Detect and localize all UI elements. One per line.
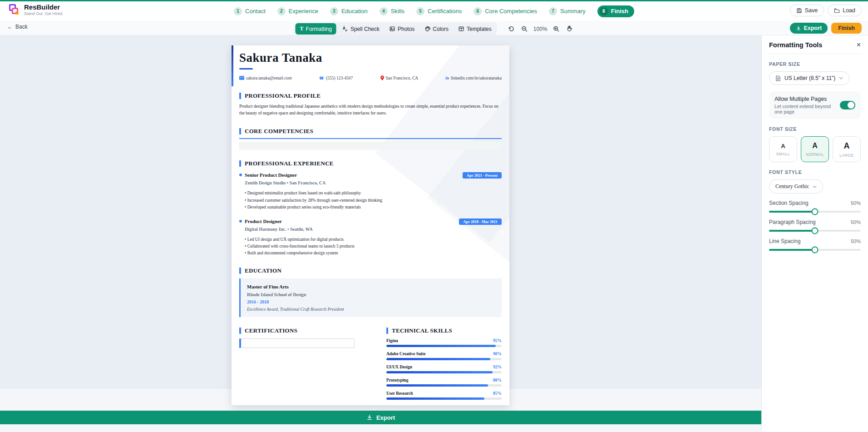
resbuilder-logo-icon bbox=[8, 4, 20, 15]
skill-bar-track bbox=[386, 371, 502, 373]
formatting-tool-button[interactable]: T Formatting bbox=[296, 23, 336, 35]
job-dates-badge: Apr 2021 - Present bbox=[463, 172, 502, 179]
step-label: Skills bbox=[391, 8, 404, 15]
download-icon bbox=[366, 414, 373, 421]
step-number: 5 bbox=[416, 7, 424, 15]
font-style-select[interactable]: Century Gothic bbox=[769, 179, 823, 194]
education-honors: Excellence Award, Traditional Craft Rese… bbox=[247, 307, 495, 312]
step-summary[interactable]: 7Summary bbox=[549, 7, 586, 15]
section-heading: CERTIFICATIONS bbox=[239, 327, 355, 334]
spell-check-tool-button[interactable]: Spell Check bbox=[337, 24, 384, 35]
step-certifications[interactable]: 5Certifications bbox=[416, 7, 462, 15]
step-finish[interactable]: 8Finish bbox=[597, 5, 634, 17]
skill-bar-track bbox=[386, 397, 502, 400]
slider-track[interactable] bbox=[769, 211, 861, 213]
job-bullet: Built and documented comprehensive desig… bbox=[245, 250, 502, 257]
resume-header: Sakura Tanaka sakura.tanaka@email.com ☎ … bbox=[232, 45, 509, 80]
zoom-in-button[interactable] bbox=[552, 25, 560, 33]
paper-size-select[interactable]: US Letter (8.5" x 11") bbox=[769, 71, 849, 85]
step-skills[interactable]: 4Skills bbox=[380, 7, 404, 15]
export-bar-button[interactable]: Export bbox=[0, 411, 761, 424]
tool-label: Templates bbox=[467, 26, 492, 32]
contact-location: San Francisco, CA bbox=[380, 75, 419, 80]
linkedin-icon: in bbox=[445, 76, 449, 80]
chevron-down-icon bbox=[813, 185, 817, 188]
step-core-competencies[interactable]: 6Core Competencies bbox=[473, 7, 537, 15]
slider-track[interactable] bbox=[769, 230, 861, 232]
heading-accent-bar bbox=[239, 268, 241, 274]
step-contact[interactable]: 1Contact bbox=[234, 7, 266, 15]
slider-knob[interactable] bbox=[812, 228, 819, 234]
core-competencies-rule bbox=[239, 138, 502, 139]
job-bullet: Led UI design and UX optimization for di… bbox=[245, 236, 502, 243]
education-degree: Master of Fine Arts bbox=[247, 284, 495, 289]
step-label: Core Competencies bbox=[485, 8, 537, 15]
undo-icon bbox=[508, 25, 515, 32]
text-format-icon: T bbox=[300, 25, 304, 32]
slider-knob[interactable] bbox=[812, 247, 819, 253]
colors-tool-button[interactable]: Colors bbox=[420, 24, 453, 35]
paper-size-label: PAPER SIZE bbox=[769, 61, 861, 67]
save-button[interactable]: Save bbox=[790, 5, 824, 16]
section-core-competencies: CORE COMPETENCIES bbox=[232, 128, 509, 150]
step-label: Certifications bbox=[428, 8, 462, 15]
back-label: Back bbox=[15, 24, 28, 30]
contact-email: sakura.tanaka@email.com bbox=[239, 76, 292, 80]
multi-page-toggle[interactable] bbox=[840, 101, 855, 109]
save-label: Save bbox=[805, 7, 818, 14]
contact-row: sakura.tanaka@email.com ☎ (555) 123-4567… bbox=[239, 75, 502, 80]
preview-canvas: Sakura Tanaka sakura.tanaka@email.com ☎ … bbox=[0, 35, 761, 432]
step-experience[interactable]: 2Experience bbox=[277, 7, 318, 15]
hand-icon bbox=[566, 25, 572, 32]
section-heading: PROFESSIONAL EXPERIENCE bbox=[239, 160, 502, 167]
heading-accent-bar bbox=[239, 93, 241, 99]
location-icon bbox=[380, 75, 384, 80]
skill-item: User Research85% bbox=[386, 391, 502, 400]
tool-label: Colors bbox=[433, 26, 449, 32]
resume-preview-page[interactable]: Sakura Tanaka sakura.tanaka@email.com ☎ … bbox=[232, 45, 509, 405]
skill-item: Figma95% bbox=[386, 338, 502, 347]
pan-hand-button[interactable] bbox=[565, 25, 573, 33]
app-tagline: Stand Out. Get Hired. bbox=[24, 11, 64, 16]
zoom-out-button[interactable] bbox=[520, 25, 529, 33]
job-role: Senior Product Designer bbox=[239, 172, 297, 178]
step-label: Experience bbox=[289, 8, 318, 15]
slider-knob[interactable] bbox=[812, 209, 819, 215]
job-bullet: Increased customer satisfaction by 28% t… bbox=[245, 197, 502, 204]
step-number: 6 bbox=[473, 7, 482, 15]
tool-label: Formatting bbox=[306, 26, 332, 32]
top-accent-line bbox=[0, 0, 868, 1]
chevron-down-icon bbox=[839, 77, 843, 79]
heading-accent-bar bbox=[386, 328, 388, 334]
finish-button-top[interactable]: Finish bbox=[831, 23, 862, 34]
skill-item: UI/UX Design92% bbox=[386, 365, 502, 373]
header-actions: Save Load bbox=[790, 5, 862, 16]
slider-track[interactable] bbox=[769, 249, 861, 251]
undo-button[interactable] bbox=[507, 25, 516, 33]
multi-page-title: Allow Multiple Pages bbox=[774, 96, 836, 102]
resbuilder-app: ResBuilder Stand Out. Get Hired. 1Contac… bbox=[0, 0, 868, 432]
export-label: Export bbox=[804, 25, 822, 31]
font-size-label: FONT SIZE bbox=[769, 126, 861, 132]
export-button-top[interactable]: Export bbox=[790, 23, 828, 34]
font-size-normal[interactable]: A NORMAL bbox=[801, 136, 829, 162]
photos-tool-button[interactable]: Photos bbox=[385, 24, 419, 35]
section-spacing-slider: Section Spacing50% bbox=[769, 200, 861, 213]
step-number: 4 bbox=[380, 7, 388, 15]
step-education[interactable]: 3Education bbox=[330, 7, 368, 15]
zoom-in-icon bbox=[552, 25, 559, 32]
step-label: Contact bbox=[245, 8, 266, 15]
skill-item: Adobe Creative Suite90% bbox=[386, 352, 502, 360]
download-icon bbox=[796, 25, 801, 31]
step-label: Summary bbox=[560, 8, 586, 15]
experience-entry: Product Designer Apr 2018 - Mar 2021 Dig… bbox=[239, 218, 502, 257]
font-size-large[interactable]: A LARGE bbox=[833, 136, 861, 162]
font-size-small[interactable]: A SMALL bbox=[769, 136, 797, 162]
heading-accent-bar bbox=[239, 160, 241, 167]
close-icon[interactable]: × bbox=[857, 41, 861, 49]
load-button[interactable]: Load bbox=[828, 5, 862, 16]
step-number: 1 bbox=[234, 7, 242, 15]
document-icon bbox=[775, 75, 781, 81]
templates-tool-button[interactable]: Templates bbox=[454, 24, 496, 35]
back-button[interactable]: ← Back bbox=[7, 24, 28, 30]
